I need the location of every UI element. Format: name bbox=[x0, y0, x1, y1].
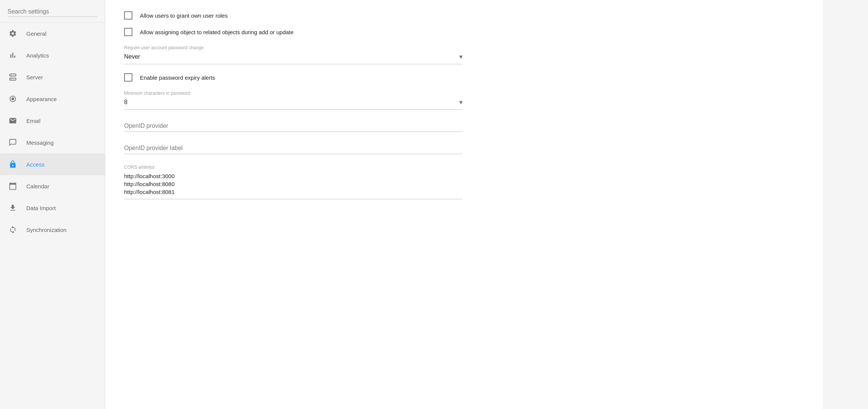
cors-whitelist-list: http://localhost:3000 http://localhost:8… bbox=[124, 172, 463, 199]
sidebar-item-label-messaging: Messaging bbox=[26, 139, 54, 146]
right-panel bbox=[823, 0, 868, 409]
password-change-field: Require user account password change Nev… bbox=[124, 45, 463, 64]
checkbox-grant-roles-row: Allow users to grant own user roles bbox=[124, 11, 463, 20]
min-password-label: Minimum characters in password bbox=[124, 91, 463, 96]
lock-icon bbox=[8, 160, 18, 168]
gear-icon bbox=[8, 29, 18, 38]
sidebar-item-label-email: Email bbox=[26, 118, 41, 124]
min-password-field: Minimum characters in password 8 ▾ bbox=[124, 91, 463, 110]
envelope-icon bbox=[8, 117, 18, 125]
sidebar-item-synchronization[interactable]: Synchronization bbox=[0, 219, 105, 241]
cors-whitelist-label: CORS whitelist bbox=[124, 165, 463, 170]
cors-item-0: http://localhost:3000 bbox=[124, 172, 463, 180]
sidebar-item-label-appearance: Appearance bbox=[26, 96, 57, 102]
sidebar-item-label-server: Server bbox=[26, 74, 43, 80]
search-input[interactable] bbox=[8, 7, 97, 17]
sidebar-item-server[interactable]: Server bbox=[0, 66, 105, 88]
sidebar-item-messaging[interactable]: Messaging bbox=[0, 132, 105, 153]
grid-icon bbox=[8, 73, 18, 81]
sidebar-item-label-access: Access bbox=[26, 161, 44, 168]
checkbox-password-expiry-row: Enable password expiry alerts bbox=[124, 73, 463, 82]
chevron-down-icon: ▾ bbox=[459, 53, 463, 61]
chevron-down-icon-2: ▾ bbox=[459, 98, 463, 106]
bar-chart-icon bbox=[8, 51, 18, 59]
cors-item-1: http://localhost:8080 bbox=[124, 180, 463, 188]
sidebar-item-label-general: General bbox=[26, 30, 46, 37]
sidebar-item-calendar[interactable]: Calendar bbox=[0, 175, 105, 197]
chat-icon bbox=[8, 138, 18, 147]
calendar-icon bbox=[8, 182, 18, 190]
sidebar-item-label-calendar: Calendar bbox=[26, 183, 49, 189]
sync-icon bbox=[8, 226, 18, 234]
cors-item-2: http://localhost:8081 bbox=[124, 188, 463, 196]
sidebar-item-appearance[interactable]: Appearance bbox=[0, 88, 105, 110]
sidebar-item-label-data-import: Data Import bbox=[26, 205, 56, 211]
password-change-value: Never bbox=[124, 53, 459, 60]
sidebar-item-label-synchronization: Synchronization bbox=[26, 227, 67, 233]
checkbox-password-expiry[interactable] bbox=[124, 73, 132, 82]
settings-section: Allow users to grant own user roles Allo… bbox=[124, 11, 463, 199]
cors-whitelist-section: CORS whitelist http://localhost:3000 htt… bbox=[124, 165, 463, 199]
openid-provider-input[interactable] bbox=[124, 120, 463, 132]
search-settings-container bbox=[0, 0, 105, 23]
main-content: Allow users to grant own user roles Allo… bbox=[105, 0, 823, 409]
sidebar-item-email[interactable]: Email bbox=[0, 110, 105, 132]
min-password-dropdown[interactable]: 8 ▾ bbox=[124, 98, 463, 110]
checkbox-assign-related-label: Allow assigning object to related object… bbox=[140, 29, 294, 35]
checkbox-assign-related-row: Allow assigning object to related object… bbox=[124, 28, 463, 36]
checkbox-grant-roles[interactable] bbox=[124, 11, 132, 20]
openid-provider-label-field bbox=[124, 142, 463, 154]
sidebar-item-analytics[interactable]: Analytics bbox=[0, 44, 105, 66]
openid-provider-field bbox=[124, 120, 463, 132]
sidebar: General Analytics Server Appearance Emai… bbox=[0, 0, 105, 409]
password-change-label: Require user account password change bbox=[124, 45, 463, 50]
password-change-dropdown[interactable]: Never ▾ bbox=[124, 53, 463, 64]
checkbox-grant-roles-label: Allow users to grant own user roles bbox=[140, 12, 228, 19]
min-password-value: 8 bbox=[124, 99, 459, 106]
sidebar-item-data-import[interactable]: Data Import bbox=[0, 197, 105, 219]
arc-icon bbox=[8, 95, 18, 103]
checkbox-password-expiry-label: Enable password expiry alerts bbox=[140, 74, 215, 81]
sidebar-item-label-analytics: Analytics bbox=[26, 52, 49, 59]
sidebar-item-general[interactable]: General bbox=[0, 23, 105, 44]
checkbox-assign-related[interactable] bbox=[124, 28, 132, 36]
sidebar-item-access[interactable]: Access bbox=[0, 153, 105, 175]
openid-provider-label-input[interactable] bbox=[124, 142, 463, 154]
download-icon bbox=[8, 204, 18, 212]
